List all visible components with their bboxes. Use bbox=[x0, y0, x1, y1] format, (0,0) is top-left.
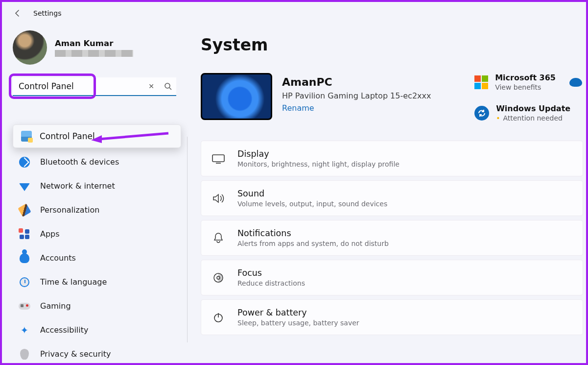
user-name: Aman Kumar bbox=[55, 39, 133, 48]
card-power[interactable]: Power & batterySleep, battery usage, bat… bbox=[201, 299, 583, 335]
user-email-redacted bbox=[55, 50, 133, 57]
card-title: Sound bbox=[237, 189, 387, 198]
bluetooth-icon bbox=[19, 156, 30, 168]
avatar bbox=[13, 30, 47, 65]
sound-icon bbox=[211, 193, 226, 204]
svg-point-0 bbox=[165, 83, 170, 88]
pc-name: AmanPC bbox=[282, 76, 431, 88]
card-focus[interactable]: FocusReduce distractions bbox=[201, 260, 583, 295]
nav-apps[interactable]: Apps bbox=[13, 222, 178, 246]
nav-label: Privacy & security bbox=[40, 349, 111, 359]
nav-label: Apps bbox=[40, 229, 60, 239]
pc-model: HP Pavilion Gaming Laptop 15-ec2xxx bbox=[282, 91, 431, 100]
tile-title: Windows Update bbox=[496, 104, 570, 113]
nav-bluetooth[interactable]: Bluetooth & devices bbox=[13, 150, 178, 174]
tile-microsoft-365[interactable]: Microsoft 365 View benefits bbox=[474, 73, 582, 91]
card-notifications[interactable]: NotificationsAlerts from apps and system… bbox=[201, 220, 583, 256]
search-box[interactable]: ✕ bbox=[13, 77, 176, 96]
shield-icon bbox=[19, 348, 30, 360]
globe-clock-icon bbox=[19, 276, 30, 288]
nav-list: Bluetooth & devices Network & internet P… bbox=[13, 150, 178, 365]
tile-sub: Attention needed bbox=[496, 114, 570, 122]
nav-label: Personalization bbox=[40, 205, 99, 215]
card-title: Display bbox=[237, 149, 400, 159]
clear-icon[interactable]: ✕ bbox=[143, 82, 160, 90]
card-sub: Reduce distractions bbox=[237, 279, 305, 287]
focus-icon bbox=[211, 272, 226, 284]
bell-icon bbox=[211, 232, 226, 244]
suggestion-control-panel[interactable]: Control Panel bbox=[13, 125, 181, 147]
nav-label: Bluetooth & devices bbox=[40, 157, 119, 167]
card-sub: Alerts from apps and system, do not dist… bbox=[237, 240, 389, 247]
card-sub: Monitors, brightness, night light, displ… bbox=[237, 160, 400, 168]
nav-label: Accessibility bbox=[40, 325, 88, 335]
card-title: Power & battery bbox=[237, 308, 359, 317]
nav-label: Accounts bbox=[40, 253, 76, 263]
nav-label: Gaming bbox=[40, 301, 71, 311]
accessibility-icon: ✦ bbox=[19, 324, 30, 336]
nav-gaming[interactable]: Gaming bbox=[13, 294, 178, 318]
card-title: Notifications bbox=[237, 228, 389, 238]
microsoft-logo-icon bbox=[474, 75, 488, 89]
nav-label: Time & language bbox=[40, 277, 107, 287]
power-icon bbox=[211, 312, 226, 323]
search-input[interactable] bbox=[13, 81, 143, 91]
card-sub: Volume levels, output, input, sound devi… bbox=[237, 200, 387, 208]
control-panel-icon bbox=[21, 131, 32, 142]
nav-accounts[interactable]: Accounts bbox=[13, 246, 178, 270]
onedrive-icon bbox=[569, 78, 582, 87]
display-icon bbox=[211, 154, 226, 164]
app-title: Settings bbox=[33, 9, 61, 17]
tile-sub: View benefits bbox=[495, 83, 556, 91]
search-icon[interactable] bbox=[160, 82, 176, 90]
card-title: Focus bbox=[237, 268, 305, 278]
rename-link[interactable]: Rename bbox=[282, 103, 314, 113]
vertical-divider bbox=[187, 137, 188, 342]
nav-label: Network & internet bbox=[40, 181, 115, 191]
card-sub: Sleep, battery usage, battery saver bbox=[237, 319, 359, 327]
svg-rect-4 bbox=[212, 155, 224, 162]
search-suggestions: Control Panel bbox=[13, 124, 181, 148]
tile-title: Microsoft 365 bbox=[495, 73, 556, 82]
nav-time[interactable]: Time & language bbox=[13, 270, 178, 294]
apps-icon bbox=[19, 228, 30, 240]
brush-icon bbox=[19, 204, 30, 216]
gamepad-icon bbox=[19, 300, 30, 312]
wifi-icon bbox=[19, 180, 30, 192]
profile-block[interactable]: Aman Kumar bbox=[13, 30, 178, 65]
nav-privacy[interactable]: Privacy & security bbox=[13, 342, 178, 365]
back-button[interactable] bbox=[14, 9, 22, 17]
page-title: System bbox=[201, 35, 585, 54]
sync-icon bbox=[474, 106, 489, 121]
person-icon bbox=[19, 252, 30, 264]
suggestion-label: Control Panel bbox=[40, 131, 95, 141]
nav-personalization[interactable]: Personalization bbox=[13, 198, 178, 222]
nav-accessibility[interactable]: ✦Accessibility bbox=[13, 318, 178, 342]
pc-wallpaper-thumb bbox=[201, 73, 272, 120]
card-display[interactable]: DisplayMonitors, brightness, night light… bbox=[201, 141, 583, 176]
tile-windows-update[interactable]: Windows Update Attention needed bbox=[474, 104, 582, 122]
svg-line-1 bbox=[169, 88, 171, 90]
card-sound[interactable]: SoundVolume levels, output, input, sound… bbox=[201, 180, 583, 216]
nav-network[interactable]: Network & internet bbox=[13, 174, 178, 198]
